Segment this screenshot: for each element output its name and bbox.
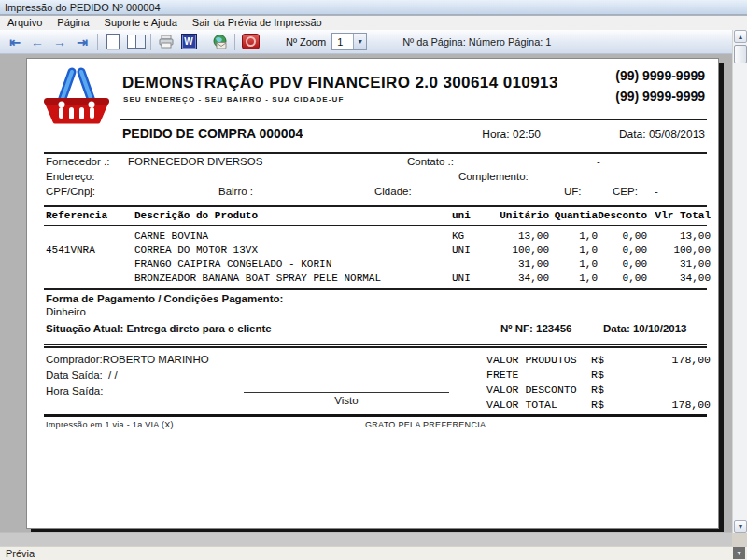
footer-rule xyxy=(44,414,707,417)
toolbar-separator xyxy=(204,34,204,50)
export-word-button[interactable]: W xyxy=(178,33,199,51)
window-titlebar: Impressão do PEDIDO Nº 000004 xyxy=(0,0,747,15)
item-unitario: 34,00 xyxy=(491,272,549,286)
zoom-select[interactable]: 1 ▼ xyxy=(331,33,367,50)
item-uni: KG xyxy=(452,230,491,244)
total-label: VALOR DESCONTO xyxy=(486,383,591,398)
menu-pagina[interactable]: Página xyxy=(49,16,96,30)
contato-value: - xyxy=(597,156,600,167)
totals-block: VALOR PRODUTOS R$ 178,00 FRETE R$ VALOR … xyxy=(486,353,711,413)
comprador: Comprador:ROBERTO MARINHO xyxy=(46,354,209,365)
cpf-cnpj-label: CPF/Cnpj: xyxy=(46,186,95,197)
section-rule xyxy=(44,288,707,290)
single-page-icon xyxy=(106,34,120,49)
item-desconto: 0,00 xyxy=(598,230,647,244)
item-desconto: 0,00 xyxy=(598,258,647,272)
preview-area: DEMONSTRAÇÃO PDV FINANCEIRO 2.0 300614 0… xyxy=(0,54,732,533)
next-page-icon: → xyxy=(53,35,66,49)
currency: R$ xyxy=(591,383,619,398)
menu-sair-da-previa[interactable]: Sair da Prévia de Impressão xyxy=(185,16,330,30)
preview-page: DEMONSTRAÇÃO PDV FINANCEIRO 2.0 300614 0… xyxy=(26,58,719,529)
power-exit-icon xyxy=(242,34,260,49)
single-page-view-button[interactable] xyxy=(103,33,123,51)
uf-label: UF: xyxy=(564,186,582,197)
globe-email-icon xyxy=(212,35,228,49)
item-desconto: 0,00 xyxy=(598,244,647,258)
contato-label: Contato .: xyxy=(407,156,454,167)
thanks-message: GRATO PELA PREFERENCIA xyxy=(365,420,486,429)
order-date: Data: 05/08/2013 xyxy=(619,128,705,141)
col-uni: uni xyxy=(452,209,491,223)
items-table-header: Referencia Descrição do Produto uni Unit… xyxy=(46,209,711,223)
print-copies-info: Impressão em 1 via - 1a VIA (X) xyxy=(46,420,174,429)
chevron-down-icon[interactable]: ▼ xyxy=(353,34,366,49)
two-page-view-button[interactable] xyxy=(125,33,146,51)
window-title: Impressão do PEDIDO Nº 000004 xyxy=(5,2,161,13)
item-quantia: 1,0 xyxy=(549,230,598,244)
visto-signature-line: Visto xyxy=(244,392,449,406)
col-vlr-total: Vlr Total xyxy=(647,209,711,223)
print-button[interactable] xyxy=(156,33,176,51)
status-bar: Prévia ▾ xyxy=(0,546,747,560)
items-table-body: CARNE BOVINA KG 13,00 1,0 0,00 13,00 454… xyxy=(46,230,711,286)
menu-arquivo[interactable]: Arquivo xyxy=(0,16,49,30)
next-page-button[interactable]: → xyxy=(49,33,70,51)
item-quantia: 1,0 xyxy=(549,272,598,286)
frete-row: FRETE R$ xyxy=(486,368,711,383)
bairro-label: Bairro : xyxy=(218,186,253,197)
send-email-button[interactable] xyxy=(209,33,230,51)
total-value: 178,00 xyxy=(619,398,711,413)
col-unitario: Unitário xyxy=(491,209,549,223)
table-row: FRANGO CAIPIRA CONGELADO - KORIN 31,00 1… xyxy=(46,258,711,272)
two-page-icon xyxy=(127,35,144,49)
section-rule xyxy=(44,152,707,154)
item-descricao: CORREA DO MOTOR 13VX xyxy=(134,244,452,258)
col-descricao: Descrição do Produto xyxy=(134,209,452,223)
first-page-button[interactable]: ⇤ xyxy=(5,33,25,51)
cep-value: - xyxy=(655,186,658,197)
zoom-value: 1 xyxy=(332,36,353,48)
toolbar: ⇤ ← → ⇥ W Nº Zoom 1 xyxy=(0,30,732,54)
supplier-row-3: CPF/Cnpj: Bairro : Cidade: UF: CEP: - xyxy=(27,186,718,201)
toolbar-separator xyxy=(234,34,235,50)
last-page-button[interactable]: ⇥ xyxy=(72,33,92,51)
prev-page-button[interactable]: ← xyxy=(27,33,48,51)
toolbar-separator xyxy=(150,34,151,50)
item-uni: UNI xyxy=(452,272,491,286)
item-quantia: 1,0 xyxy=(549,244,598,258)
item-unitario: 13,00 xyxy=(491,230,549,244)
company-address: SEU ENDEREÇO - SEU BAIRRO - SUA CIDADE-U… xyxy=(123,95,344,104)
item-uni: UNI xyxy=(452,244,491,258)
scrollbar-corner xyxy=(732,533,747,546)
status-corner-button[interactable]: ▾ xyxy=(733,547,745,559)
payment-value: Dinheiro xyxy=(46,306,86,317)
nf-date: Data: 10/10/2013 xyxy=(603,323,687,334)
total-label: VALOR PRODUTOS xyxy=(486,353,591,368)
vertical-scrollbar[interactable]: ▲ ▼ xyxy=(732,30,747,533)
scroll-down-icon[interactable]: ▼ xyxy=(734,520,747,533)
total-geral-row: VALOR TOTAL R$ 178,00 xyxy=(486,398,711,413)
data-saida: Data Saída: / / xyxy=(46,370,118,381)
item-referencia: 4541VNRA xyxy=(46,244,134,258)
toolbar-separator xyxy=(97,34,98,50)
section-rule xyxy=(44,205,707,207)
item-vlr-total: 13,00 xyxy=(647,230,711,244)
hora-saida: Hora Saída: xyxy=(46,385,103,397)
phone-1: (99) 9999-9999 xyxy=(615,68,705,83)
scroll-up-icon[interactable]: ▲ xyxy=(734,30,747,43)
fornecedor-value: FORNECEDOR DIVERSOS xyxy=(128,156,262,167)
item-unitario: 100,00 xyxy=(491,244,549,258)
prev-page-icon: ← xyxy=(31,35,44,49)
col-referencia: Referencia xyxy=(46,209,134,223)
close-preview-button[interactable] xyxy=(240,33,261,51)
printer-icon xyxy=(159,35,174,49)
item-referencia xyxy=(46,230,134,244)
horizontal-scrollbar[interactable] xyxy=(0,532,732,546)
last-page-icon: ⇥ xyxy=(77,35,88,49)
vertical-scrollbar-thumb[interactable] xyxy=(734,45,747,63)
currency: R$ xyxy=(591,398,619,413)
print-preview-window: Impressão do PEDIDO Nº 000004 Arquivo Pá… xyxy=(0,0,747,560)
menu-suporte-e-ajuda[interactable]: Suporte e Ajuda xyxy=(97,16,185,30)
company-name: DEMONSTRAÇÃO PDV FINANCEIRO 2.0 300614 0… xyxy=(122,74,558,92)
total-produtos-row: VALOR PRODUTOS R$ 178,00 xyxy=(486,353,711,368)
